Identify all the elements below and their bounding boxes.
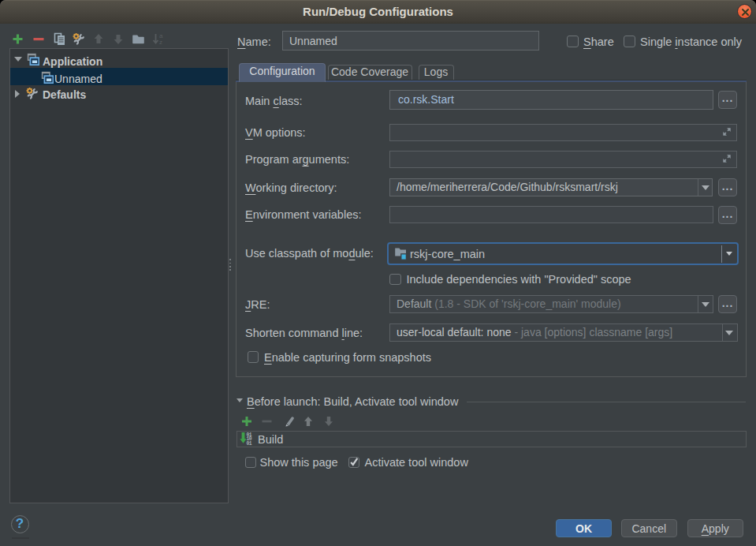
svg-text:z: z — [159, 39, 162, 46]
svg-text:01: 01 — [247, 441, 252, 446]
